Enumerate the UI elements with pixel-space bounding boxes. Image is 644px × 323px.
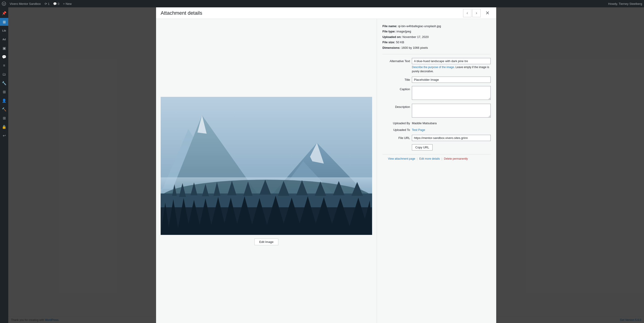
sidebar-list-icon[interactable]: ≡ xyxy=(0,62,8,70)
sidebar-pin-icon[interactable]: 📌 xyxy=(0,9,8,17)
view-attachment-link[interactable]: View attachment page xyxy=(388,157,415,160)
title-label: Title xyxy=(382,77,410,82)
admin-bar: W Vivero Mentor Sandbox ⟳ 1 💬 0 + New Ho… xyxy=(0,0,644,7)
sidebar-grid-icon[interactable]: ⊞ xyxy=(0,88,8,96)
sidebar-folder-icon[interactable]: 🗂 xyxy=(0,70,8,78)
description-label: Description xyxy=(382,104,410,109)
uploaded-on-row: Uploaded on: November 17, 2020 xyxy=(382,34,491,40)
sidebar-comments-icon[interactable]: 💬 xyxy=(0,53,8,61)
caption-field xyxy=(412,86,491,101)
details-panel: File name: qi-bin-w4hbafegiac-unsplash.j… xyxy=(377,19,496,323)
svg-text:W: W xyxy=(3,3,5,5)
attachment-modal: Attachment details ‹ › ✕ xyxy=(156,7,496,323)
file-url-row: File URL xyxy=(382,135,491,141)
alt-text-label: Alternative Text xyxy=(382,58,410,63)
alt-text-hint-link[interactable]: Describe the purpose of the image xyxy=(412,66,454,69)
uploaded-to-row: Uploaded To Test Page xyxy=(382,128,491,132)
file-url-label: File URL xyxy=(382,136,410,140)
updates-item[interactable]: ⟳ 1 xyxy=(44,2,50,6)
sidebar-wrench-icon[interactable]: 🔨 xyxy=(0,105,8,113)
file-type-value: image/jpeg xyxy=(396,29,411,34)
caption-row: Caption xyxy=(382,86,491,101)
file-size-value: 50 KB xyxy=(396,40,404,45)
new-item[interactable]: + New xyxy=(63,2,72,6)
file-name-row: File name: qi-bin-w4hbafegiac-unsplash.j… xyxy=(382,24,491,29)
sidebar: 📌 ⊞ Lib Ad ▣ 💬 ≡ 🗂 🔧 ⊞ 👤 🔨 ⊞ 🔒 ↩ xyxy=(0,7,8,323)
file-size-label: File size: xyxy=(382,40,395,45)
modal-body: Edit Image File name: qi-bin-w4hbafegiac… xyxy=(156,19,496,323)
edit-more-details-link[interactable]: Edit more details xyxy=(419,157,440,160)
updates-icon: ⟳ xyxy=(44,2,47,6)
uploaded-on-value: November 17, 2020 xyxy=(402,34,429,40)
image-panel: Edit Image xyxy=(156,19,377,323)
modal-title: Attachment details xyxy=(161,10,463,16)
uploaded-by-row: Uploaded By Maddie Matsubara xyxy=(382,122,491,125)
site-name[interactable]: Vivero Mentor Sandbox xyxy=(10,2,41,6)
user-greeting: Howdy, Tierney Steelberg xyxy=(608,2,642,6)
uploaded-by-value: Maddie Matsubara xyxy=(412,122,437,125)
title-row: Title xyxy=(382,77,491,83)
caption-textarea[interactable] xyxy=(412,86,491,100)
sidebar-back-icon[interactable]: ↩ xyxy=(0,132,8,139)
modal-navigation: ‹ › ✕ xyxy=(463,9,492,17)
sidebar-tools-icon[interactable]: 🔧 xyxy=(0,79,8,87)
alt-text-hint: Describe the purpose of the image. Leave… xyxy=(412,65,491,73)
main-content: Attachment details ‹ › ✕ xyxy=(8,7,644,323)
caption-label: Caption xyxy=(382,86,410,91)
next-button[interactable]: › xyxy=(472,9,480,17)
modal-header: Attachment details ‹ › ✕ xyxy=(156,7,496,19)
file-url-input[interactable] xyxy=(412,135,491,141)
title-input[interactable] xyxy=(412,77,491,83)
prev-button[interactable]: ‹ xyxy=(463,9,472,17)
uploaded-to-link[interactable]: Test Page xyxy=(412,128,425,132)
modal-footer-links: View attachment page | Edit more details… xyxy=(382,154,491,163)
app-layout: 📌 ⊞ Lib Ad ▣ 💬 ≡ 🗂 🔧 ⊞ 👤 🔨 ⊞ 🔒 ↩ Attachm… xyxy=(0,7,644,323)
edit-image-button[interactable]: Edit Image xyxy=(254,239,278,245)
title-field xyxy=(412,77,491,83)
sidebar-user-icon[interactable]: 👤 xyxy=(0,97,8,104)
uploaded-to-label: Uploaded To xyxy=(382,128,410,132)
alt-text-row: Alternative Text Describe the purpose of… xyxy=(382,58,491,73)
comments-item[interactable]: 💬 0 xyxy=(53,2,59,6)
close-button[interactable]: ✕ xyxy=(483,9,492,17)
copy-url-button[interactable]: Copy URL xyxy=(412,144,432,150)
attachment-image xyxy=(161,97,372,235)
dimensions-row: Dimensions: 1600 by 1066 pixels xyxy=(382,45,491,50)
sidebar-add-icon[interactable]: Ad xyxy=(0,36,8,43)
modal-overlay: Attachment details ‹ › ✕ xyxy=(8,7,644,323)
alt-text-field: Describe the purpose of the image. Leave… xyxy=(412,58,491,73)
copy-url-container: Copy URL xyxy=(382,144,491,150)
dimensions-label: Dimensions: xyxy=(382,45,400,50)
dimensions-value: 1600 by 1066 pixels xyxy=(401,45,428,50)
comment-icon: 💬 xyxy=(53,2,57,6)
wp-logo-icon: W xyxy=(2,2,6,6)
sidebar-library-icon[interactable]: Lib xyxy=(0,27,8,35)
file-name-label: File name: xyxy=(382,24,397,29)
description-row: Description xyxy=(382,104,491,118)
uploaded-on-label: Uploaded on: xyxy=(382,34,402,40)
sidebar-lock-icon[interactable]: 🔒 xyxy=(0,123,8,131)
description-field xyxy=(412,104,491,118)
sidebar-dashboard-icon[interactable]: ⊞ xyxy=(0,18,8,26)
delete-permanently-link[interactable]: Delete permanently xyxy=(444,157,468,160)
file-type-row: File type: image/jpeg xyxy=(382,29,491,34)
uploaded-by-label: Uploaded By xyxy=(382,122,410,125)
file-type-label: File type: xyxy=(382,29,396,34)
file-size-row: File size: 50 KB xyxy=(382,40,491,45)
sidebar-apps-icon[interactable]: ⊞ xyxy=(0,114,8,122)
sidebar-pages-icon[interactable]: ▣ xyxy=(0,44,8,52)
alt-text-input[interactable] xyxy=(412,58,491,64)
file-info-section: File name: qi-bin-w4hbafegiac-unsplash.j… xyxy=(382,24,491,54)
description-textarea[interactable] xyxy=(412,104,491,118)
file-name-value: qi-bin-w4hbafegiac-unsplash.jpg xyxy=(398,24,441,29)
